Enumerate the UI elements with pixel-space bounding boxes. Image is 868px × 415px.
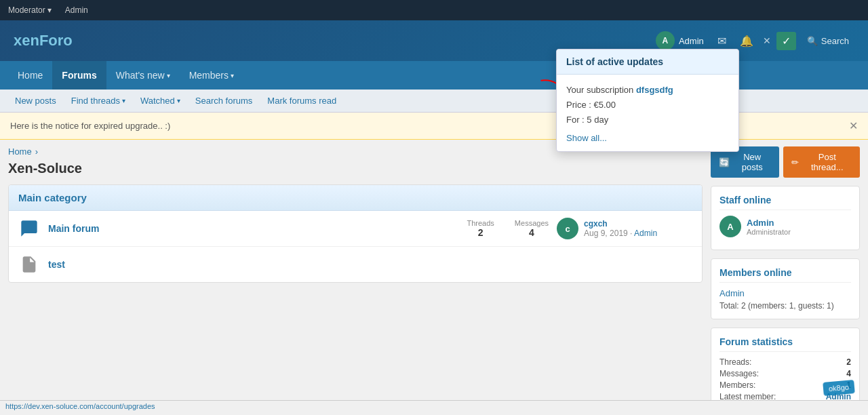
last-post-avatar: c [557,218,578,239]
members-online-user[interactable]: Admin [719,288,851,298]
messages-icon-btn[interactable]: ✉ [713,32,730,50]
forum-icon-test [18,254,40,275]
watermark: ok8go [823,380,855,396]
moderator-label: Moderator [8,5,45,15]
moderator-menu[interactable]: Moderator ▾ [8,5,52,15]
staff-online-block: Staff online A Admin Administrator [711,186,860,250]
post-thread-icon: ✏ [791,157,799,167]
last-post-user[interactable]: cgxch [584,219,657,229]
popup-subscription-text: Your subscription [566,85,633,95]
members-online-title: Members online [719,267,851,283]
breadcrumb-sep: › [35,146,38,157]
logo-foro: Foro [39,32,73,49]
stat-messages-value: 4 [846,369,851,378]
new-posts-label: New posts [733,152,771,172]
main-area: Home › Xen-Soluce Main category Main for… [0,140,868,415]
user-avatar: A [656,31,675,50]
search-label: Search [821,36,849,46]
staff-username[interactable]: Admin [747,218,791,228]
moderator-dropdown-icon: ▾ [47,5,52,15]
post-thread-label: Post thread... [802,152,852,172]
watched-dropdown-icon: ▾ [177,97,180,104]
header-close-btn[interactable]: ✕ [763,35,771,46]
page-title: Xen-Soluce [8,161,703,176]
category-title: Main category [18,192,87,203]
content-left: Home › Xen-Soluce Main category Main for… [8,146,703,415]
staff-info: Admin Administrator [747,218,791,236]
nav-members[interactable]: Members ▾ [180,61,243,90]
staff-user-admin: A Admin Administrator [719,216,851,237]
stat-messages-label: Messages: [719,369,759,378]
forum-row-test: test [9,247,702,282]
members-online-block: Members online Admin Total: 2 (members: … [711,258,860,319]
header-checkmark-btn[interactable]: ✓ [776,32,796,50]
new-posts-icon: 🔄 [719,157,730,167]
whats-new-dropdown-icon: ▾ [167,72,170,79]
stat-threads: Threads: 2 [719,357,851,367]
subnav-new-posts[interactable]: New posts [8,90,63,113]
category-header: Main category [9,185,702,211]
sidebar: 🔄 New posts ✏ Post thread... Staff onlin… [711,146,860,415]
stat-threads-value: 2 [846,357,851,367]
forum-row-main: Main forum Threads 2 Messages 4 c cgxch [9,211,702,247]
subnav-mark-forums-read[interactable]: Mark forums read [260,90,343,113]
nav-whats-new[interactable]: What's new ▾ [106,61,180,90]
nav-home[interactable]: Home [8,61,52,90]
subnav-find-threads[interactable]: Find threads ▾ [64,90,132,113]
logo-xen: xen [14,32,39,49]
search-btn[interactable]: 🔍 Search [802,33,854,49]
forum-icon-main [18,218,40,239]
search-icon: 🔍 [807,36,818,46]
stat-members-label: Members: [719,380,755,390]
stat-messages: Messages: 4 [719,369,851,378]
user-name: Admin [679,36,704,46]
nav-forums[interactable]: Forums [52,61,106,90]
notice-text: Here is the notice for expired upgrade..… [10,121,170,131]
notice-close-btn[interactable]: ✕ [849,119,858,132]
popup-duration: For : 5 day [566,115,608,125]
user-menu[interactable]: A Admin [656,31,708,50]
breadcrumb-home[interactable]: Home [8,146,32,157]
popup-subscription-name: dfsgsdfg [636,85,673,95]
find-threads-dropdown-icon: ▾ [122,97,125,104]
category-block: Main category Main forum Threads 2 Mess [8,184,703,283]
status-bar: https://dev.xen-soluce.com/account/upgra… [0,400,868,415]
popup-subscription: Your subscription dfsgsdfg Price : €5.00… [566,83,729,127]
popup-show-all[interactable]: Show all... [566,133,729,143]
last-post-date: Aug 9, 2019 · Admin [584,229,657,238]
staff-online-title: Staff online [719,195,851,210]
members-total: Total: 2 (members: 1, guests: 1) [719,301,851,311]
status-url: https://dev.xen-soluce.com/account/upgra… [5,402,155,410]
active-updates-popup: List of active updates Your subscription… [556,49,739,152]
forum-stats-main: Threads 2 Messages 4 [467,219,549,238]
stat-threads-label: Threads: [719,357,751,367]
messages-value: 4 [515,227,549,238]
members-dropdown-icon: ▾ [231,72,234,79]
staff-role: Administrator [747,228,791,236]
topbar-admin-link[interactable]: Admin [65,5,88,15]
last-post-info: cgxch Aug 9, 2019 · Admin [584,219,657,238]
messages-label: Messages [515,219,549,227]
alerts-icon-btn[interactable]: 🔔 [736,32,757,50]
forum-last-main: c cgxch Aug 9, 2019 · Admin [557,218,692,239]
staff-avatar: A [719,216,741,237]
popup-price: Price : €5.00 [566,100,616,110]
threads-label: Threads [467,219,494,227]
subnav-search-forums[interactable]: Search forums [189,90,260,113]
top-bar: Moderator ▾ Admin [0,0,868,20]
threads-value: 2 [467,227,494,238]
messages-stat: Messages 4 [515,219,549,238]
popup-body: Your subscription dfsgsdfg Price : €5.00… [557,75,738,151]
threads-stat: Threads 2 [467,219,494,238]
forum-name-test[interactable]: test [48,259,692,270]
post-thread-btn[interactable]: ✏ Post thread... [783,146,860,178]
last-post-by-link[interactable]: Admin [634,229,657,238]
logo[interactable]: xenForo [14,32,73,50]
forum-name-main[interactable]: Main forum [48,223,459,234]
popup-header: List of active updates [557,50,738,75]
header-right: A Admin ✉ 🔔 ✕ ✓ 🔍 Search [656,31,854,50]
forum-stats-title: Forum statistics [719,336,851,352]
subnav-watched[interactable]: Watched ▾ [134,90,187,113]
